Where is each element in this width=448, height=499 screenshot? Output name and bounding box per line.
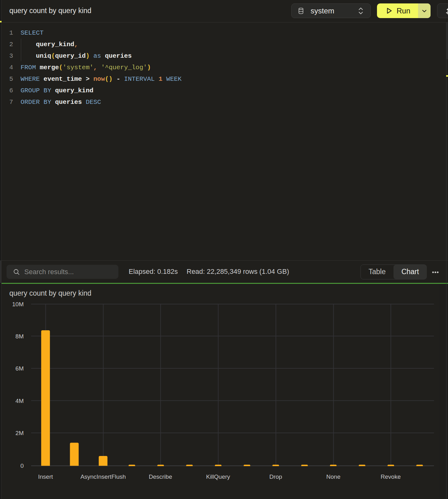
svg-text:None: None [326, 473, 340, 480]
svg-text:10M: 10M [12, 301, 24, 308]
svg-text:8M: 8M [16, 333, 24, 340]
svg-text:KillQuery: KillQuery [206, 473, 230, 480]
svg-text:2M: 2M [16, 430, 24, 436]
svg-text:6M: 6M [16, 365, 24, 372]
svg-text:Revoke: Revoke [381, 473, 401, 480]
svg-text:Insert: Insert [38, 473, 53, 480]
svg-text:4M: 4M [16, 398, 24, 404]
svg-text:Drop: Drop [269, 473, 282, 480]
svg-text:0: 0 [20, 463, 24, 469]
svg-text:AsyncInsertFlush: AsyncInsertFlush [80, 473, 126, 480]
svg-text:Describe: Describe [149, 473, 172, 480]
